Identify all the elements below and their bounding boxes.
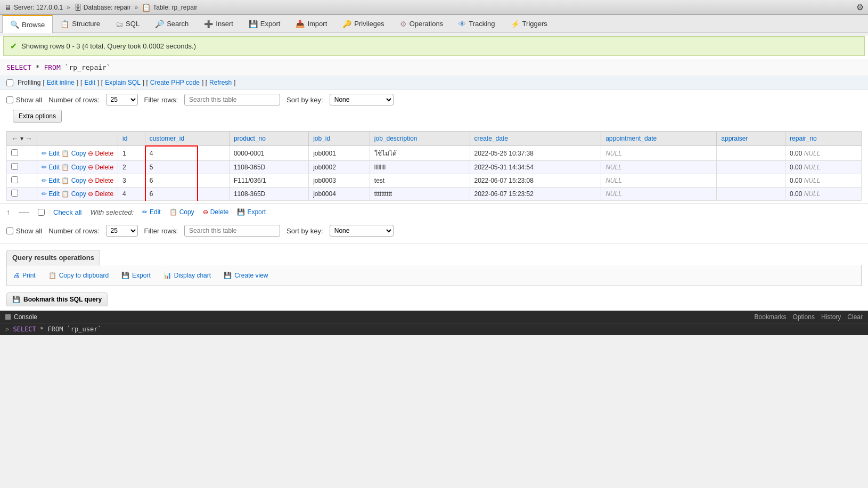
header-customer-id[interactable]: customer_id	[145, 132, 229, 146]
tab-privileges[interactable]: 🔑 Privileges	[335, 15, 392, 32]
row-checkbox-2[interactable]	[11, 176, 18, 183]
row-edit-3[interactable]: ✏ Edit	[42, 190, 60, 198]
export-action[interactable]: 💾 Export	[121, 272, 151, 279]
sort-key-select-bottom[interactable]: None	[330, 225, 394, 237]
show-all-checkbox-bottom[interactable]	[6, 227, 13, 234]
copy-to-clipboard-action[interactable]: 📋 Copy to clipboard	[48, 272, 109, 279]
row-actions-cell: ✏ Edit 📋 Copy ⊖ Delete	[37, 188, 118, 201]
row-edit-0[interactable]: ✏ Edit	[42, 150, 60, 157]
sort-arrow-right[interactable]: →	[25, 134, 32, 143]
triggers-icon: ⚡	[511, 20, 520, 28]
header-actions-col	[37, 132, 118, 146]
database-label: Database: repair	[84, 4, 131, 11]
edit-link[interactable]: Edit	[84, 79, 95, 86]
check-all-checkbox[interactable]	[38, 209, 45, 216]
table-row: ✏ Edit 📋 Copy ⊖ Delete 4 6 1108-365D job…	[7, 188, 862, 201]
row-checkbox-cell	[7, 174, 37, 188]
display-chart-action[interactable]: 📊 Display chart	[163, 272, 211, 279]
row-delete-3[interactable]: ⊖ Delete	[88, 190, 113, 198]
row-job-desc-1: llllllll	[370, 161, 470, 174]
query-ops-title[interactable]: Query results operations	[6, 250, 100, 265]
filter-input[interactable]	[184, 94, 280, 105]
scroll-top-arrow[interactable]: ↑	[6, 208, 10, 216]
row-customer-id-1: 5	[145, 161, 229, 174]
options-link[interactable]: Options	[793, 313, 815, 321]
edit-icon: ✏	[142, 208, 148, 216]
header-product-no[interactable]: product_no	[229, 132, 308, 146]
row-copy-0[interactable]: 📋 Copy	[61, 150, 86, 157]
row-repair-no-1: 0.00 NULL	[785, 161, 862, 174]
bulk-delete-button[interactable]: ⊖ Delete	[203, 208, 229, 216]
tab-sql[interactable]: 🗂 SQL	[108, 15, 148, 32]
nav-tabs: 🔍 Browse 📋 Structure 🗂 SQL 🔎 Search ➕ In…	[0, 15, 868, 33]
sort-key-select[interactable]: None	[330, 94, 394, 105]
profiling-checkbox[interactable]	[6, 79, 13, 86]
filter-input-bottom[interactable]	[184, 225, 280, 237]
bookmarks-link[interactable]: Bookmarks	[755, 313, 787, 321]
refresh-link[interactable]: Refresh	[209, 79, 232, 86]
bookmark-button[interactable]: 💾 Bookmark this SQL query	[6, 292, 108, 306]
header-appraiser[interactable]: appraiser	[717, 132, 785, 146]
header-repair-no[interactable]: repair_no	[785, 132, 862, 146]
print-action[interactable]: 🖨 Print	[13, 272, 36, 279]
row-delete-2[interactable]: ⊖ Delete	[88, 177, 113, 184]
tab-export[interactable]: 💾 Export	[241, 15, 289, 32]
row-appt-date-2: NULL	[601, 174, 717, 188]
tab-browse-label: Browse	[22, 21, 45, 29]
row-checkbox-0[interactable]	[11, 149, 18, 156]
row-actions-cell: ✏ Edit 📋 Copy ⊖ Delete	[37, 174, 118, 188]
bottom-actions-bar: ↑ Check all With selected: ✏ Edit 📋 Copy…	[0, 203, 868, 221]
history-link[interactable]: History	[821, 313, 841, 321]
database-icon: 🗄	[74, 3, 81, 12]
row-checkbox-3[interactable]	[11, 190, 18, 197]
row-edit-2[interactable]: ✏ Edit	[42, 177, 60, 184]
tab-structure[interactable]: 📋 Structure	[53, 15, 108, 32]
row-edit-1[interactable]: ✏ Edit	[42, 164, 60, 171]
row-create-date-3: 2022-06-07 15:23:52	[470, 188, 601, 201]
rows-per-page-select-bottom[interactable]: 25 50 100	[106, 225, 138, 237]
row-delete-1[interactable]: ⊖ Delete	[88, 164, 113, 171]
import-icon: 📥	[296, 20, 305, 28]
tab-insert[interactable]: ➕ Insert	[196, 15, 241, 32]
row-copy-1[interactable]: 📋 Copy	[61, 164, 86, 171]
bulk-copy-button[interactable]: 📋 Copy	[169, 208, 194, 216]
header-job-id[interactable]: job_id	[309, 132, 370, 146]
header-job-description[interactable]: job_description	[370, 132, 470, 146]
table-container: ← ▾ → id customer_id product_no job_id j…	[0, 131, 868, 201]
tab-privileges-label: Privileges	[354, 20, 384, 28]
tab-search[interactable]: 🔎 Search	[148, 15, 196, 32]
tab-tracking[interactable]: 👁 Tracking	[451, 15, 503, 32]
create-view-action[interactable]: 💾 Create view	[224, 272, 268, 279]
bulk-edit-button[interactable]: ✏ Edit	[142, 208, 161, 216]
tab-import[interactable]: 📥 Import	[288, 15, 335, 32]
tab-operations-label: Operations	[410, 20, 444, 28]
header-id[interactable]: id	[118, 132, 145, 146]
export-icon: 💾	[249, 20, 258, 28]
show-all-label: Show all	[6, 96, 42, 104]
create-php-code-link[interactable]: Create PHP code	[150, 79, 200, 86]
row-delete-0[interactable]: ⊖ Delete	[88, 150, 113, 157]
console-label[interactable]: Console	[14, 313, 37, 321]
sort-arrow-left[interactable]: ←	[11, 134, 19, 143]
bulk-export-button[interactable]: 💾 Export	[237, 208, 266, 216]
header-create-date[interactable]: create_date	[470, 132, 601, 146]
rows-per-page-select[interactable]: 25 50 100	[106, 94, 138, 105]
settings-button[interactable]: ⚙	[856, 2, 864, 12]
tab-triggers[interactable]: ⚡ Triggers	[503, 15, 555, 32]
row-product-no-3: 1108-365D	[229, 188, 308, 201]
sort-by-key-label-bottom: Sort by key:	[286, 227, 323, 235]
explain-sql-link[interactable]: Explain SQL	[105, 79, 141, 86]
row-job-desc-2: test	[370, 174, 470, 188]
edit-inline-link[interactable]: Edit inline	[47, 79, 75, 86]
show-all-checkbox[interactable]	[6, 96, 13, 103]
check-all-link[interactable]: Check all	[53, 208, 81, 216]
tab-browse[interactable]: 🔍 Browse	[2, 15, 53, 33]
row-copy-2[interactable]: 📋 Copy	[61, 177, 86, 184]
row-job-id-3: job0004	[309, 188, 370, 201]
row-copy-3[interactable]: 📋 Copy	[61, 190, 86, 198]
clear-link[interactable]: Clear	[847, 313, 863, 321]
tab-operations[interactable]: ⚙ Operations	[392, 15, 452, 32]
extra-options-button[interactable]: Extra options	[13, 110, 62, 123]
header-appointment-date[interactable]: appointment_date	[601, 132, 717, 146]
row-checkbox-1[interactable]	[11, 163, 18, 170]
